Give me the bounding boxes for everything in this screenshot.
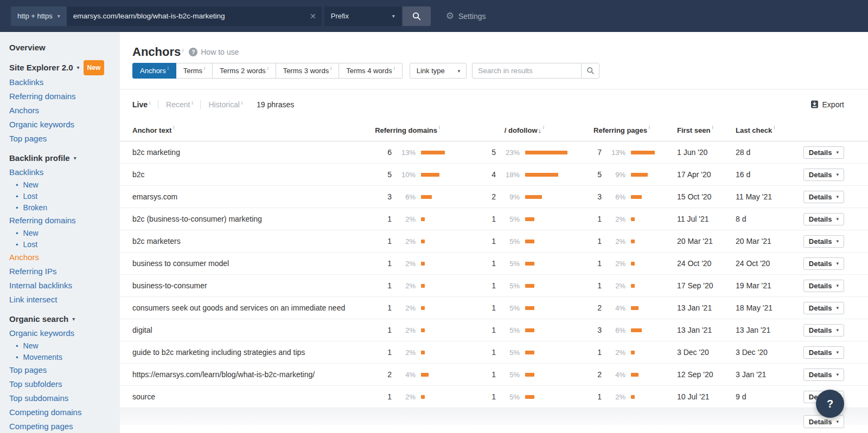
mode-live[interactable]: Livei bbox=[132, 100, 150, 109]
details-button[interactable]: Details▾ bbox=[803, 346, 844, 359]
referring-domains-bar-track bbox=[421, 262, 467, 266]
search-in-results-button[interactable] bbox=[581, 63, 599, 79]
referring-domains-bar-track bbox=[421, 328, 467, 332]
referring-pages-bar-track bbox=[631, 373, 677, 377]
referring-pages-bar-track bbox=[631, 262, 677, 266]
details-button[interactable]: Details▾ bbox=[803, 280, 844, 292]
sidebar-item-backlink-profile[interactable]: Backlink profile▾ bbox=[9, 151, 120, 165]
search-mode-dropdown[interactable]: Prefix ▾ bbox=[324, 7, 401, 26]
details-label: Details bbox=[809, 260, 832, 268]
clear-icon[interactable]: ✕ bbox=[310, 12, 316, 20]
column-header-referring-pages[interactable]: Referring pagesi bbox=[571, 126, 677, 134]
sidebar-item-new[interactable]: •New bbox=[16, 228, 120, 239]
sidebar-item-lost[interactable]: •Lost bbox=[16, 191, 120, 202]
help-fab-button[interactable]: ? bbox=[816, 390, 844, 418]
export-button[interactable]: Export bbox=[810, 100, 844, 109]
referring-pages: 36% bbox=[571, 326, 677, 334]
sidebar-item-internal-backlinks[interactable]: Internal backlinks bbox=[9, 279, 120, 293]
sidebar-item-movements[interactable]: •Movements bbox=[16, 352, 120, 363]
sidebar-item-backlinks[interactable]: Backlinks bbox=[9, 165, 120, 179]
tab-anchors[interactable]: Anchorsi bbox=[132, 63, 176, 79]
protocol-mode-dropdown[interactable]: http + https ▾ bbox=[11, 7, 67, 26]
column-header-first-seen[interactable]: First seeni bbox=[677, 126, 736, 134]
referring-pages: 59% bbox=[571, 170, 677, 179]
details-button[interactable]: Details▾ bbox=[803, 369, 844, 381]
sidebar-item-new[interactable]: •New bbox=[16, 340, 120, 352]
column-header-dofollow[interactable]: / dofollow↓i bbox=[467, 126, 571, 134]
details-button[interactable]: Details▾ bbox=[803, 235, 844, 248]
mode-historical[interactable]: Historicali bbox=[208, 100, 242, 109]
mode-recent[interactable]: Recenti bbox=[166, 100, 193, 109]
dofollow: 29% bbox=[467, 192, 571, 201]
sidebar-item-top-subfolders[interactable]: Top subfolders bbox=[9, 377, 120, 391]
details-button[interactable]: Details▾ bbox=[803, 213, 844, 225]
tab-terms-3-words[interactable]: Terms 3 wordsi bbox=[276, 63, 340, 79]
sidebar-item-organic-keywords[interactable]: Organic keywords bbox=[9, 118, 120, 132]
percent-bar bbox=[631, 395, 635, 399]
tab-terms-2-words[interactable]: Terms 2 wordsi bbox=[213, 63, 276, 79]
referring-domains-percent: 2% bbox=[395, 282, 416, 290]
sidebar-item-referring-ips[interactable]: Referring IPs bbox=[9, 264, 120, 279]
details-button[interactable]: Details▾ bbox=[803, 324, 844, 337]
sidebar-item-anchors[interactable]: Anchors bbox=[9, 104, 120, 118]
sidebar-item-link-intersect[interactable]: Link intersect bbox=[9, 293, 120, 307]
details-button[interactable]: Details ▾ bbox=[803, 415, 844, 428]
sidebar-item-broken[interactable]: •Broken bbox=[16, 202, 120, 214]
table-body: b2c marketing613%523%713%1 Jun '2028 dDe… bbox=[120, 141, 868, 408]
sidebar-item-label: Referring IPs bbox=[9, 267, 57, 276]
tab-terms-4-words[interactable]: Terms 4 wordsi bbox=[339, 63, 403, 79]
details-button[interactable]: Details▾ bbox=[803, 169, 844, 181]
link-type-dropdown[interactable]: Link type ▾ bbox=[410, 63, 467, 79]
sidebar-item-new[interactable]: •New bbox=[16, 179, 120, 191]
column-header-last-check[interactable]: Last checki bbox=[736, 126, 792, 134]
search-button[interactable] bbox=[403, 7, 431, 26]
sidebar-item-competing-pages[interactable]: Competing pages bbox=[9, 419, 120, 433]
sidebar-item-label: Internal backlinks bbox=[9, 281, 72, 290]
percent-bar bbox=[525, 395, 534, 399]
chevron-down-icon: ▾ bbox=[836, 350, 839, 355]
details-cell: Details▾ bbox=[792, 302, 844, 314]
protocol-mode-label: http + https bbox=[17, 12, 53, 20]
sidebar-item-site-explorer-2-0[interactable]: Site Explorer 2.0▾New bbox=[9, 60, 120, 75]
sidebar-item-backlinks[interactable]: Backlinks bbox=[9, 75, 120, 89]
details-button[interactable]: Details▾ bbox=[803, 302, 844, 314]
referring-pages: 12% bbox=[571, 348, 677, 357]
sidebar-item-label: Site Explorer 2.0 bbox=[9, 61, 73, 75]
column-header-anchor-text[interactable]: Anchor texti bbox=[132, 126, 364, 134]
how-to-use-link[interactable]: ? How to use bbox=[189, 48, 239, 56]
percent-bar bbox=[631, 173, 648, 177]
dofollow-bar-track bbox=[525, 262, 571, 266]
referring-domains-percent: 6% bbox=[395, 193, 416, 201]
sidebar-item-top-pages[interactable]: Top pages bbox=[9, 132, 120, 146]
referring-domains-count: 1 bbox=[364, 215, 392, 223]
main-content: Anchorsi ? How to use AnchorsiTermsiTerm… bbox=[120, 32, 868, 433]
chevron-down-icon: ▾ bbox=[836, 172, 839, 177]
details-cell: Details▾ bbox=[792, 280, 844, 292]
dofollow-count: 1 bbox=[467, 281, 496, 290]
sidebar-item-competing-domains[interactable]: Competing domains bbox=[9, 405, 120, 419]
sidebar-item-organic-search[interactable]: Organic search▾ bbox=[9, 312, 120, 326]
target-url-input[interactable] bbox=[67, 12, 322, 20]
dofollow-bar-track bbox=[525, 151, 571, 154]
view-mode-switch: LiveiRecentiHistoricali bbox=[132, 100, 242, 109]
sidebar-item-top-subdomains[interactable]: Top subdomains bbox=[9, 391, 120, 405]
sidebar-item-anchors[interactable]: Anchors bbox=[9, 250, 120, 264]
dofollow-count: 4 bbox=[467, 170, 496, 179]
search-in-results-input[interactable] bbox=[473, 67, 581, 75]
percent-bar bbox=[421, 328, 425, 332]
sidebar-item-top-pages[interactable]: Top pages bbox=[9, 363, 120, 377]
settings-button[interactable]: ⚙ Settings bbox=[446, 11, 486, 21]
sidebar-item-referring-domains[interactable]: Referring domains bbox=[9, 89, 120, 104]
sidebar-item-referring-domains[interactable]: Referring domains bbox=[9, 214, 120, 228]
details-button[interactable]: Details▾ bbox=[803, 257, 844, 270]
tab-terms[interactable]: Termsi bbox=[176, 63, 213, 79]
details-button[interactable]: Details▾ bbox=[803, 191, 844, 203]
sidebar-item-overview[interactable]: Overview bbox=[9, 41, 120, 55]
details-button[interactable]: Details▾ bbox=[803, 146, 844, 159]
sidebar-item-organic-keywords[interactable]: Organic keywords bbox=[9, 326, 120, 340]
column-header-referring-domains[interactable]: Referring domainsi bbox=[364, 126, 467, 134]
sidebar-item-lost[interactable]: •Lost bbox=[16, 239, 120, 250]
referring-domains-count: 1 bbox=[364, 237, 392, 245]
info-icon: i bbox=[394, 66, 395, 71]
first-seen-cell: 17 Sep '20 bbox=[677, 281, 736, 290]
